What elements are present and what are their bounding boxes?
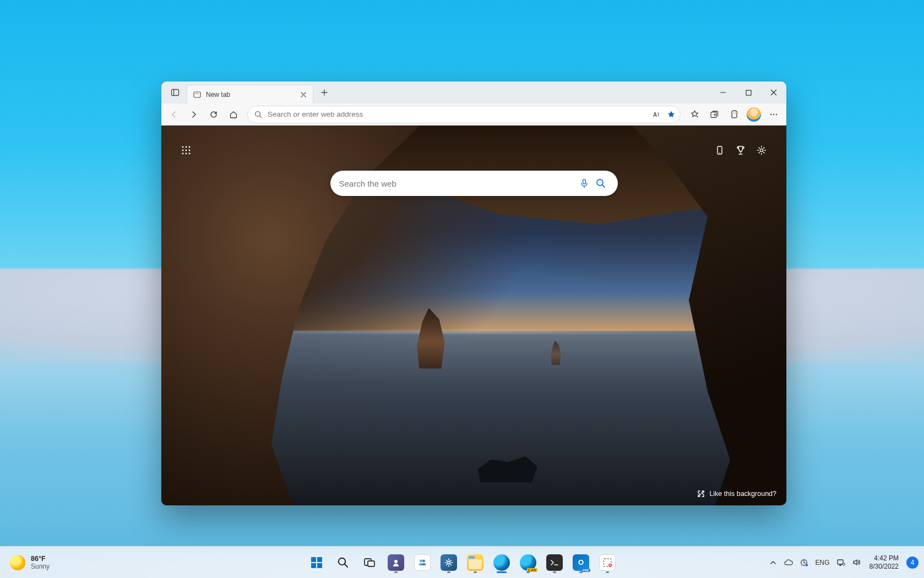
snipping-tool-icon <box>599 554 616 571</box>
svg-point-24 <box>182 153 184 155</box>
refresh-button[interactable] <box>204 106 223 123</box>
back-button <box>165 106 183 123</box>
tab-actions-button[interactable] <box>166 84 184 101</box>
start-button[interactable] <box>305 551 328 574</box>
address-bar[interactable]: A <box>247 106 681 123</box>
svg-point-14 <box>735 113 735 113</box>
taskbar-app-edge-canary[interactable]: CAN <box>517 551 540 574</box>
network-icon <box>836 558 846 567</box>
maximize-icon <box>746 90 752 96</box>
profile-avatar[interactable] <box>747 107 761 122</box>
page-settings-button[interactable] <box>751 140 772 161</box>
taskbar-app-terminal[interactable] <box>543 551 566 574</box>
taskbar[interactable]: 86°F Sunny <box>0 546 924 578</box>
close-icon <box>301 92 306 97</box>
ntp-search-box[interactable] <box>330 171 618 196</box>
maximize-button[interactable] <box>736 81 761 103</box>
forward-button[interactable] <box>184 106 203 123</box>
settings-menu-button[interactable] <box>764 106 783 123</box>
favorite-button[interactable] <box>667 110 676 119</box>
taskbar-app-snipping-tool[interactable] <box>596 551 619 574</box>
titlebar[interactable]: New tab <box>161 81 786 103</box>
svg-line-9 <box>259 116 261 117</box>
tray-volume[interactable] <box>850 551 864 574</box>
edge-canary-icon: CAN <box>520 554 536 571</box>
svg-point-5 <box>198 93 198 94</box>
sun-icon <box>10 555 25 570</box>
clock-date: 8/30/2022 <box>869 563 899 570</box>
taskbar-app-chat[interactable] <box>411 551 434 574</box>
favorites-button[interactable] <box>685 106 704 123</box>
plus-icon <box>320 89 328 96</box>
tray-network[interactable] <box>834 551 849 574</box>
new-tab-button[interactable] <box>316 84 333 101</box>
new-tab-page: Like this background? <box>161 126 786 505</box>
taskbar-weather-widget[interactable]: 86°F Sunny <box>0 555 50 570</box>
task-view-button[interactable] <box>358 551 381 574</box>
notification-center-button[interactable]: 4 <box>906 557 918 569</box>
collections-icon <box>710 110 719 119</box>
close-icon <box>770 89 777 96</box>
refresh-icon <box>209 110 218 119</box>
svg-rect-34 <box>317 557 322 562</box>
like-background-label: Like this background? <box>709 490 776 498</box>
windows-logo-icon <box>309 555 324 570</box>
search-submit-button[interactable] <box>593 178 609 189</box>
collections-button[interactable] <box>705 106 724 123</box>
home-icon <box>229 110 238 119</box>
taskbar-app-edge[interactable] <box>490 551 513 574</box>
like-background-button[interactable]: Like this background? <box>697 490 776 498</box>
svg-point-15 <box>770 113 771 114</box>
taskbar-app-settings[interactable] <box>437 551 460 574</box>
app-launcher-button[interactable] <box>176 140 197 161</box>
voice-search-button[interactable] <box>576 178 593 188</box>
svg-point-26 <box>189 153 191 155</box>
svg-point-31 <box>597 179 603 186</box>
star-filled-icon <box>667 110 676 119</box>
tray-onedrive[interactable] <box>781 551 796 574</box>
tray-windows-update[interactable] <box>797 551 811 574</box>
browser-tab[interactable]: New tab <box>187 85 313 103</box>
taskbar-clock[interactable]: 4:42 PM 8/30/2022 <box>865 554 903 570</box>
rewards-button[interactable] <box>730 140 751 161</box>
star-plus-icon <box>690 110 699 119</box>
tab-favicon-icon <box>193 90 202 99</box>
back-icon <box>170 110 178 119</box>
language-indicator[interactable]: ENG <box>812 559 833 566</box>
svg-point-28 <box>719 152 720 154</box>
taskbar-app-teams[interactable] <box>384 551 407 574</box>
svg-point-21 <box>182 150 184 151</box>
taskbar-app-explorer[interactable] <box>464 551 487 574</box>
more-horizontal-icon <box>769 110 778 119</box>
svg-point-16 <box>773 113 774 114</box>
tray-overflow-button[interactable] <box>766 551 780 574</box>
home-button[interactable] <box>224 106 243 123</box>
desktop: New tab A <box>0 0 924 578</box>
minimize-button[interactable] <box>710 81 736 103</box>
svg-point-29 <box>760 149 763 151</box>
ntp-topbar <box>176 140 772 161</box>
close-window-button[interactable] <box>761 81 786 103</box>
ntp-search-input[interactable] <box>339 179 576 188</box>
mobile-button[interactable] <box>709 140 730 161</box>
svg-point-17 <box>776 113 777 114</box>
svg-rect-30 <box>583 179 585 184</box>
address-input[interactable] <box>268 110 653 118</box>
taskbar-app-outlook[interactable]: OPRE <box>569 551 593 574</box>
mobile-icon <box>715 145 725 155</box>
cloud-icon <box>784 558 793 568</box>
chevron-up-icon <box>770 559 776 566</box>
weather-condition: Sunny <box>31 563 50 570</box>
tab-close-button[interactable] <box>298 90 308 100</box>
browser-essentials-button[interactable] <box>725 106 743 123</box>
search-button[interactable] <box>331 551 355 574</box>
chat-icon <box>414 554 431 571</box>
read-aloud-button[interactable]: A <box>653 110 661 119</box>
svg-point-42 <box>420 559 422 562</box>
svg-rect-2 <box>194 92 200 97</box>
volume-icon <box>852 558 861 567</box>
svg-point-20 <box>189 146 191 148</box>
svg-rect-7 <box>746 90 751 95</box>
svg-text:A: A <box>653 112 657 118</box>
svg-point-48 <box>805 564 807 566</box>
